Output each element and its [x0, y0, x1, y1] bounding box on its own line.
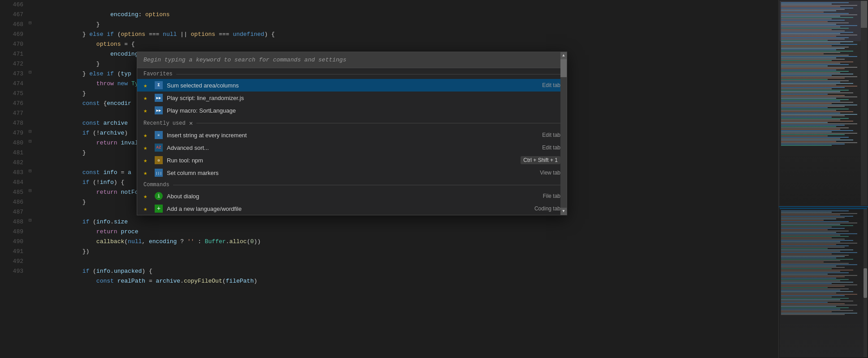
editor-area: 466 467 468 469 470 471 472 473 474 475 … [0, 0, 778, 358]
code-line-492: if (info.unpacked) { [40, 257, 778, 266]
palette-item-about[interactable]: ★ i About dialog File tab [137, 190, 567, 202]
palette-item-play-macro[interactable]: ★ ▶▶ Play macro: SortLanguage [137, 104, 567, 117]
scroll-up-button[interactable]: ▲ [560, 52, 567, 59]
palette-search-bar: Begin typing a keyword to search for com… [137, 52, 567, 68]
minimap-top [779, 0, 868, 206]
item-label-play-script: Play script: line_randomizer.js [167, 95, 560, 101]
palette-item-advanced-sort[interactable]: ★ AZ Advanced sort... Edit tab [137, 141, 567, 154]
scroll-down-button[interactable]: ▼ [560, 208, 567, 215]
line-numbers: 466 467 468 469 470 471 472 473 474 475 … [0, 0, 27, 358]
fold-icon-492[interactable]: ⊟ [29, 217, 32, 223]
fold-icon-483[interactable]: ⊟ [29, 168, 32, 174]
star-icon-play: ★ [143, 94, 151, 102]
item-label-insert-string: Insert string at every increment [167, 132, 542, 139]
recently-used-section-header: Recently used ✕ [137, 118, 567, 129]
fold-icon-472[interactable]: ⊟ [29, 69, 32, 75]
item-tab-about: File tab [543, 193, 560, 199]
scroll-thumb[interactable] [560, 59, 567, 77]
scroll-track[interactable] [560, 59, 567, 208]
advanced-sort-icon: AZ [154, 143, 163, 152]
item-label-play-macro: Play macro: SortLanguage [167, 107, 560, 114]
item-label-advanced-sort: Advanced sort... [167, 144, 542, 151]
command-palette: Begin typing a keyword to search for com… [137, 52, 567, 215]
star-icon-sum: ★ [143, 82, 151, 89]
star-icon-col: ★ [143, 169, 151, 177]
item-label-add-language: Add a new language/wordfile [167, 205, 534, 212]
code-line-466: encoding: options [40, 0, 778, 10]
about-dialog-icon: i [154, 192, 163, 201]
code-line-491 [40, 247, 778, 257]
sum-icon: Σ [154, 81, 163, 90]
add-language-icon: + [154, 204, 163, 213]
palette-item-run-npm[interactable]: ★ ⚙ Run tool: npm Ctrl + Shift + 1 [137, 154, 567, 166]
palette-item-play-script[interactable]: ★ ▶▶ Play script: line_randomizer.js [137, 92, 567, 104]
star-icon-run-npm: ★ [143, 157, 151, 164]
minimap-bottom [779, 206, 868, 358]
close-recently-used-button[interactable]: ✕ [189, 119, 193, 127]
item-tab-add-language: Coding tab [534, 205, 560, 212]
fold-icon-478[interactable]: ⊟ [29, 128, 32, 134]
item-tab-sum: Edit tab [542, 82, 560, 88]
palette-scrollbar[interactable]: ▲ ▼ [560, 52, 567, 215]
item-label-sum: Sum selected area/columns [167, 82, 542, 89]
code-line-488: return proce [40, 217, 778, 227]
code-line-489: callback(null, encoding ? '' : Buffer.al… [40, 227, 778, 237]
editor-gutter: ⊟ ⊟ ⊟ ⊟ ⊟ ⊟ ⊟ [27, 0, 36, 358]
play-script-icon: ▶▶ [154, 93, 163, 102]
palette-item-insert-string[interactable]: ★ ≡ Insert string at every increment Edi… [137, 129, 567, 141]
item-label-run-npm: Run tool: npm [167, 157, 521, 164]
item-label-about: About dialog [167, 193, 543, 200]
star-icon-sort: ★ [143, 144, 151, 152]
favorites-section-header: Favorites [137, 69, 567, 79]
item-tab-insert-string: Edit tab [542, 132, 560, 138]
star-icon-add-lang: ★ [143, 205, 151, 213]
item-label-set-column: Set column markers [167, 170, 540, 176]
fold-icon-468[interactable]: ⊟ [29, 20, 32, 26]
palette-item-sum[interactable]: ★ Σ Sum selected area/columns Edit tab [137, 79, 567, 92]
right-panel [778, 0, 868, 358]
fold-icon-487[interactable]: ⊟ [29, 188, 32, 193]
play-macro-icon: ▶▶ [154, 106, 163, 115]
palette-placeholder-text: Begin typing a keyword to search for com… [143, 57, 346, 63]
item-tab-set-column: View tab [540, 170, 560, 176]
palette-item-add-language[interactable]: ★ + Add a new language/wordfile Coding t… [137, 202, 567, 215]
insert-string-icon: ≡ [154, 131, 163, 140]
set-column-icon: ||| [154, 168, 163, 177]
star-icon-about: ★ [143, 192, 151, 200]
run-tool-icon: ⚙ [154, 156, 163, 165]
palette-item-set-column[interactable]: ★ ||| Set column markers View tab [137, 166, 567, 179]
star-icon-insert: ★ [143, 131, 151, 139]
code-line-468: } else if (options === null || options =… [40, 20, 778, 30]
item-tab-advanced-sort: Edit tab [542, 144, 560, 151]
code-line-470: encoding: null [40, 39, 778, 49]
fold-icon-479[interactable]: ⊟ [29, 138, 32, 144]
commands-section-header: Commands [137, 180, 567, 190]
item-shortcut-run-npm: Ctrl + Shift + 1 [521, 156, 560, 164]
star-icon-macro: ★ [143, 107, 151, 114]
